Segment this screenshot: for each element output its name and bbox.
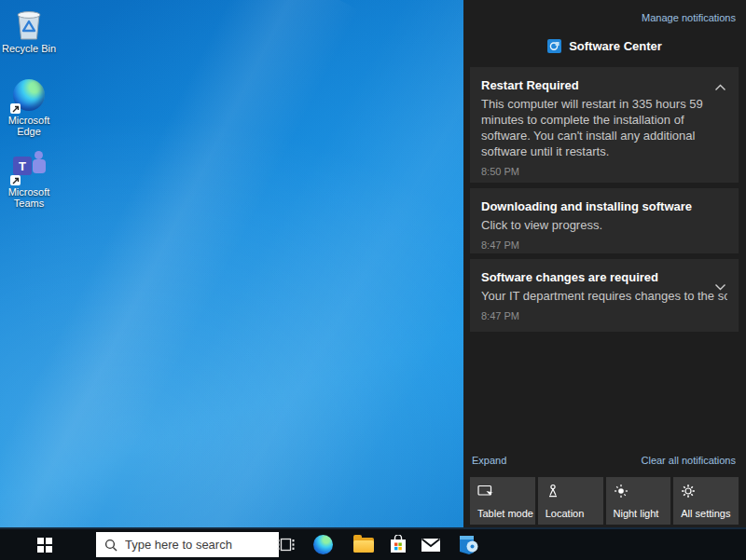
start-button[interactable] [26, 529, 63, 560]
location-icon [546, 484, 560, 499]
notification-card-downloading[interactable]: Downloading and installing software Clic… [470, 188, 739, 253]
teams-logo-letter: T [13, 157, 32, 175]
notification-title: Software changes are required [481, 269, 727, 285]
quick-action-all-settings[interactable]: All settings [673, 477, 739, 525]
software-center-taskbar-button[interactable] [449, 529, 487, 560]
desktop-icon-label: Microsoft Edge [0, 115, 58, 137]
action-center-panel: Manage notifications Software Center Res… [463, 0, 746, 527]
recycle-bin-icon [12, 7, 46, 41]
shortcut-arrow-icon [10, 103, 21, 114]
task-view-icon [277, 537, 295, 553]
notification-card-restart-required[interactable]: Restart Required This computer will rest… [470, 67, 739, 183]
windows-logo-icon [37, 538, 52, 553]
quick-action-label: Location [546, 508, 585, 519]
notification-time: 8:47 PM [481, 239, 727, 251]
edge-icon [313, 535, 333, 554]
quick-action-label: Tablet mode [477, 508, 533, 519]
notification-body: Click to view progress. [481, 217, 727, 233]
desktop-icon-recycle-bin[interactable]: Recycle Bin [0, 7, 58, 54]
desktop-icon-microsoft-teams[interactable]: T Microsoft Teams [0, 151, 58, 209]
tablet-mode-icon [477, 484, 494, 499]
edge-icon [12, 79, 46, 113]
notification-card-software-changes[interactable]: Software changes are required Your IT de… [470, 259, 739, 332]
notification-time: 8:50 PM [481, 166, 727, 177]
taskbar-edge-button[interactable] [304, 529, 341, 560]
file-explorer-button[interactable] [345, 529, 382, 560]
shortcut-arrow-icon [10, 175, 21, 185]
quick-action-label: All settings [681, 508, 730, 519]
teams-icon: T [12, 151, 46, 184]
desktop-icon-label: Microsoft Teams [0, 186, 58, 209]
task-view-button[interactable] [267, 529, 304, 560]
quick-action-label: Night light [614, 508, 659, 519]
quick-action-tablet-mode[interactable]: Tablet mode [470, 477, 535, 525]
notification-body: Your IT department requires changes to t… [481, 288, 727, 304]
software-center-icon [457, 534, 479, 555]
notification-title: Downloading and installing software [481, 198, 727, 214]
notification-group-title: Software Center [569, 39, 662, 53]
desktop-screen: Recycle Bin Microsoft Edge T Microsoft T… [0, 0, 746, 560]
quick-action-location[interactable]: Location [538, 477, 603, 525]
microsoft-store-button[interactable] [380, 529, 417, 560]
software-center-icon [547, 39, 561, 53]
notification-time: 8:47 PM [481, 310, 727, 321]
notification-body: This computer will restart in 335 hours … [481, 96, 727, 159]
chevron-down-icon[interactable] [712, 278, 728, 295]
taskbar-search[interactable] [96, 532, 279, 557]
manage-notifications-link[interactable]: Manage notifications [642, 12, 736, 23]
night-light-icon [614, 484, 629, 499]
notification-group-header[interactable]: Software Center [463, 39, 746, 53]
desktop-icon-microsoft-edge[interactable]: Microsoft Edge [0, 78, 58, 137]
chevron-up-icon[interactable] [712, 78, 728, 96]
settings-gear-icon [681, 484, 696, 499]
desktop-icon-label: Recycle Bin [0, 43, 58, 54]
expand-link[interactable]: Expand [472, 455, 506, 466]
clear-all-notifications-link[interactable]: Clear all notifications [642, 455, 737, 466]
file-explorer-icon [353, 538, 374, 553]
mail-button[interactable] [412, 529, 449, 560]
quick-action-night-light[interactable]: Night light [606, 477, 671, 525]
search-input[interactable] [125, 538, 279, 552]
store-icon [389, 535, 408, 554]
notification-title: Restart Required [481, 77, 727, 93]
quick-actions-row: Tablet mode Location Night [470, 477, 739, 525]
taskbar: 8:51 PM 11/24/2021 [0, 527, 746, 560]
mail-icon [421, 538, 441, 553]
search-icon [104, 539, 117, 552]
